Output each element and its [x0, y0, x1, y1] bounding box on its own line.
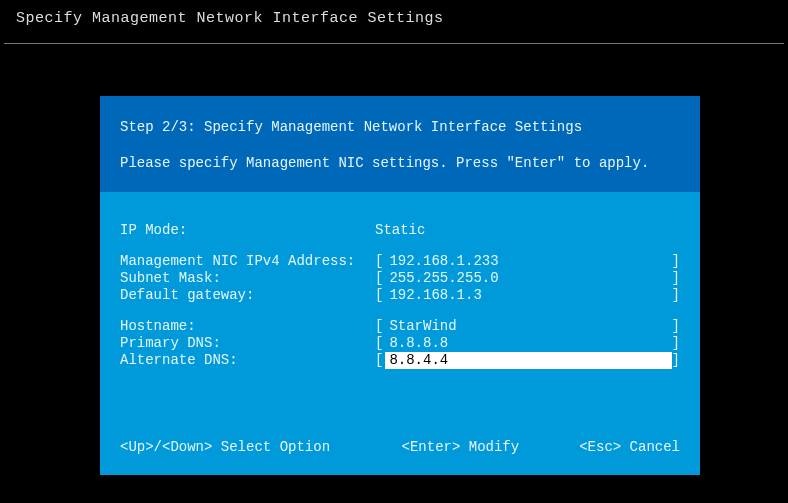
- bracket-close-icon: ]: [672, 318, 680, 335]
- bracket-open-icon: [: [375, 287, 383, 304]
- bracket-close-icon: ]: [672, 335, 680, 352]
- bracket-open-icon: [: [375, 318, 383, 335]
- mgmt-ip-value: 192.168.1.233: [383, 253, 498, 270]
- dialog-panel: Step 2/3: Specify Management Network Int…: [100, 96, 700, 475]
- bracket-close-icon: ]: [672, 287, 680, 304]
- title-separator: [4, 43, 784, 44]
- bracket-open-icon: [: [375, 253, 383, 270]
- gateway-value: 192.168.1.3: [383, 287, 481, 304]
- footer-hints: <Up>/<Down> Select Option <Enter> Modify…: [120, 439, 680, 455]
- hostname-label: Hostname:: [120, 318, 375, 335]
- primary-dns-label: Primary DNS:: [120, 335, 375, 352]
- ip-mode-row[interactable]: IP Mode: Static: [120, 222, 680, 239]
- subnet-mask-row[interactable]: Subnet Mask: [ 255.255.255.0 ]: [120, 270, 680, 287]
- modify-hint: <Enter> Modify: [402, 439, 520, 455]
- bracket-close-icon: ]: [672, 352, 680, 369]
- bracket-open-icon: [: [375, 270, 383, 287]
- mgmt-ip-row[interactable]: Management NIC IPv4 Address: [ 192.168.1…: [120, 253, 680, 270]
- dialog-header: Step 2/3: Specify Management Network Int…: [100, 96, 700, 192]
- dialog-body: IP Mode: Static Management NIC IPv4 Addr…: [100, 192, 700, 369]
- bracket-open-icon: [: [375, 335, 383, 352]
- alternate-dns-label: Alternate DNS:: [120, 352, 375, 369]
- alternate-dns-input[interactable]: 8.8.4.4: [385, 352, 452, 369]
- nav-hint: <Up>/<Down> Select Option: [120, 439, 402, 455]
- cancel-hint: <Esc> Cancel: [579, 439, 680, 455]
- gateway-label: Default gateway:: [120, 287, 375, 304]
- alternate-dns-row[interactable]: Alternate DNS: [ 8.8.4.4 ]: [120, 352, 680, 369]
- step-heading: Step 2/3: Specify Management Network Int…: [120, 116, 680, 138]
- ip-mode-value: Static: [375, 222, 680, 239]
- gateway-row[interactable]: Default gateway: [ 192.168.1.3 ]: [120, 287, 680, 304]
- subnet-mask-label: Subnet Mask:: [120, 270, 375, 287]
- window-title-bar: Specify Management Network Interface Set…: [0, 0, 788, 43]
- primary-dns-row[interactable]: Primary DNS: [ 8.8.8.8 ]: [120, 335, 680, 352]
- bracket-close-icon: ]: [672, 270, 680, 287]
- bracket-open-icon: [: [375, 352, 383, 369]
- bracket-close-icon: ]: [672, 253, 680, 270]
- window-title: Specify Management Network Interface Set…: [16, 10, 444, 27]
- subnet-mask-value: 255.255.255.0: [383, 270, 498, 287]
- primary-dns-value: 8.8.8.8: [383, 335, 448, 352]
- ip-mode-label: IP Mode:: [120, 222, 375, 239]
- hostname-value: StarWind: [383, 318, 456, 335]
- hostname-row[interactable]: Hostname: [ StarWind ]: [120, 318, 680, 335]
- instruction-text: Please specify Management NIC settings. …: [120, 152, 680, 174]
- mgmt-ip-label: Management NIC IPv4 Address:: [120, 253, 375, 270]
